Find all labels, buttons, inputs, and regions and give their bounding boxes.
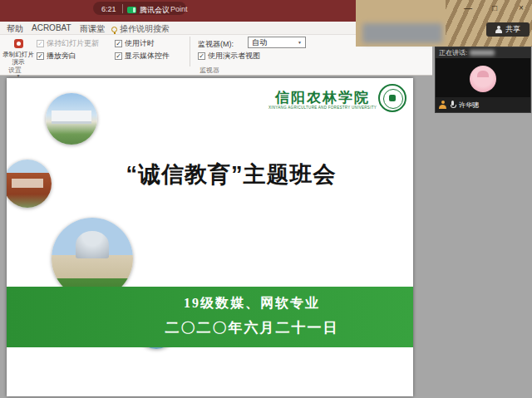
- checkbox-label: 保持幻灯片更新: [47, 38, 99, 49]
- photo-detail: [52, 111, 91, 124]
- lightbulb-icon: [111, 27, 117, 32]
- share-person-icon: [495, 26, 502, 33]
- slide-title: “诚信教育”主题班会: [57, 160, 406, 189]
- checkbox-keep-slides-updated[interactable]: ✓ 保持幻灯片更新: [37, 38, 99, 49]
- pill-divider: [122, 4, 123, 13]
- share-label: 共享: [505, 24, 520, 35]
- slide-footer-major: 19级数媒、网软专业: [115, 295, 389, 312]
- checkbox-show-media-controls[interactable]: ✓ 显示媒体控件: [115, 51, 170, 61]
- camera-icon: [127, 7, 136, 13]
- tell-me-label: 操作说明搜索: [120, 23, 170, 35]
- record-icon: [14, 39, 23, 48]
- window-controls: — □ ×: [461, 2, 529, 15]
- check-icon: ✓: [115, 52, 122, 60]
- check-icon: ✓: [37, 40, 44, 47]
- participant-name: 许华骢: [459, 101, 479, 110]
- checkbox-play-narrations[interactable]: ✓ 播放旁白: [37, 51, 76, 61]
- group-divider: [190, 37, 190, 66]
- meeting-timer: 6:21: [101, 5, 116, 13]
- photo-detail: [76, 231, 108, 258]
- slide-footer-band: 19级数媒、网软专业 二〇二〇年六月二十一日: [7, 287, 413, 347]
- university-name-en: XINYANG AGRICULTURE AND FORESTRY UNIVERS…: [258, 106, 387, 110]
- checkbox-label: 使用计时: [125, 38, 155, 49]
- photo-circle-red-building: [7, 160, 52, 208]
- photo-circle-buildings: [46, 93, 97, 145]
- meeting-panel[interactable]: 正在讲话: 许华骢: [435, 47, 531, 113]
- photo-detail: [12, 179, 42, 187]
- tab-help[interactable]: 帮助: [7, 23, 23, 35]
- participant-video[interactable]: [436, 58, 530, 99]
- check-icon: ✓: [198, 52, 205, 60]
- tab-rain-classroom[interactable]: 雨课堂: [80, 23, 105, 35]
- slide-footer-date: 二〇二〇年六月二十一日: [115, 318, 389, 337]
- share-button[interactable]: 共享: [486, 22, 530, 37]
- checkbox-use-timings[interactable]: ✓ 使用计时: [115, 38, 155, 49]
- speaking-name-blur: [470, 50, 495, 56]
- tell-me-box[interactable]: 操作说明搜索: [111, 23, 170, 35]
- window-title: Point: [170, 5, 188, 13]
- slide[interactable]: 信阳农林学院 XINYANG AGRICULTURE AND FORESTRY …: [7, 78, 413, 396]
- dropdown-caret-icon: ▼: [298, 40, 302, 45]
- speaking-header: 正在讲话:: [436, 47, 530, 58]
- checkbox-label: 使用演示者视图: [208, 51, 260, 61]
- participant-icon: [439, 101, 446, 109]
- screen: 6:21 腾讯会议 Point 许华骢 — □ × 共享 帮助 ACROBAT …: [0, 0, 532, 398]
- university-name-cn: 信阳农林学院: [268, 88, 377, 107]
- checkbox-label: 播放旁白: [47, 51, 76, 61]
- monitor-dropdown[interactable]: 自动 ▼: [248, 37, 306, 48]
- participant-avatar: [470, 66, 496, 92]
- close-button[interactable]: ×: [514, 2, 529, 15]
- checkbox-use-presenter-view[interactable]: ✓ 使用演示者视图: [198, 51, 260, 61]
- participant-bar: 许华骢: [436, 97, 530, 112]
- monitor-value: 自动: [252, 37, 267, 48]
- group-label-monitors: 监视器: [200, 66, 219, 75]
- minimize-button[interactable]: —: [461, 2, 475, 15]
- monitor-label: 监视器(M):: [198, 39, 234, 50]
- tab-acrobat[interactable]: ACROBAT: [32, 23, 71, 32]
- blurred-window: [362, 23, 442, 43]
- slide-canvas: 信阳农林学院 XINYANG AGRICULTURE AND FORESTRY …: [0, 76, 532, 398]
- mic-icon: [450, 101, 456, 109]
- check-icon: ✓: [115, 40, 122, 47]
- university-emblem: [378, 84, 406, 112]
- speaking-label: 正在讲话:: [439, 48, 467, 57]
- check-icon: ✓: [37, 52, 44, 60]
- checkbox-label: 显示媒体控件: [125, 51, 170, 61]
- record-label: 录制幻灯片演示: [2, 52, 34, 66]
- group-label-setup: 设置: [8, 66, 22, 75]
- meeting-pill-label[interactable]: 腾讯会议: [140, 5, 170, 16]
- record-slideshow-button[interactable]: 录制幻灯片演示 ▼: [2, 37, 34, 70]
- maximize-button[interactable]: □: [487, 2, 502, 15]
